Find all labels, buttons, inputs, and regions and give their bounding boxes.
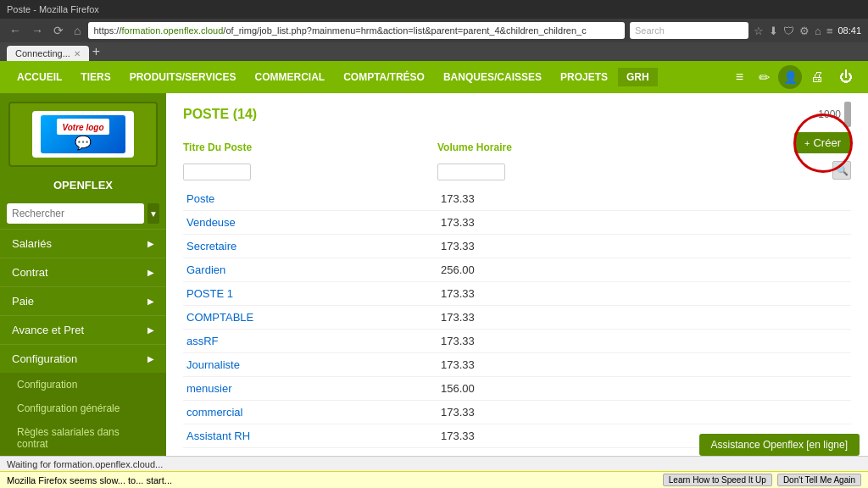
cell-titre[interactable]: Journaliste	[183, 353, 437, 377]
cell-actions	[607, 377, 851, 401]
sidebar-sub-configuration[interactable]: Configuration	[0, 373, 166, 396]
create-btn-wrapper: + Créer	[794, 132, 851, 153]
company-name: OPENFLEX	[0, 175, 166, 198]
browser-tab[interactable]: Connecting... ✕	[7, 46, 89, 61]
back-btn[interactable]: ←	[7, 24, 24, 37]
create-label: Créer	[813, 136, 841, 149]
cell-actions	[607, 258, 851, 282]
cell-titre[interactable]: POSTE 1	[183, 282, 437, 306]
nav-banques[interactable]: BANQUES/CAISSES	[435, 68, 550, 86]
cell-titre[interactable]: assRF	[183, 330, 437, 353]
sidebar-item-salaries[interactable]: Salariés ▶	[0, 229, 166, 258]
filter-titre-input[interactable]	[183, 164, 251, 180]
sidebar-item-contrat[interactable]: Contrat ▶	[0, 258, 166, 286]
cell-titre[interactable]: Commercial	[183, 448, 437, 457]
cell-titre[interactable]: Gardien	[183, 258, 437, 282]
table-row[interactable]: assRF 173.33	[183, 330, 851, 353]
browser-title: Poste - Mozilla Firefox	[7, 4, 99, 14]
table-row[interactable]: Poste 173.33	[183, 187, 851, 211]
power-icon[interactable]: ⏻	[832, 66, 860, 88]
tab-label: Connecting...	[15, 48, 70, 58]
sidebar-search-input[interactable]	[7, 203, 144, 224]
sidebar-sub-regles[interactable]: Règles salariales dans contrat	[0, 420, 166, 456]
nav-grh[interactable]: GRH	[618, 68, 658, 86]
new-tab-btn[interactable]: +	[92, 44, 100, 59]
cell-actions	[607, 211, 851, 235]
table-row[interactable]: Secretaire 173.33	[183, 235, 851, 258]
table-row[interactable]: commercial 173.33	[183, 401, 851, 424]
create-button[interactable]: + Créer	[794, 132, 851, 153]
browser-icons: ☆ ⬇ 🛡 ⚙ ⌂ ≡ 08:41	[754, 25, 861, 37]
table-row[interactable]: Journaliste 173.33	[183, 353, 851, 377]
cell-titre[interactable]: Secretaire	[183, 235, 437, 258]
cell-titre[interactable]: Vendeuse	[183, 211, 437, 235]
cell-volume: 156.00	[437, 377, 607, 401]
url-domain: formation.openflex.cloud	[122, 25, 224, 36]
hamburger-icon[interactable]: ≡	[729, 66, 750, 88]
create-icon: +	[804, 138, 810, 148]
menu-icon[interactable]: ≡	[826, 25, 833, 37]
app-container: ACCUEIL TIERS PRODUITS/SERVICES COMMERCI…	[0, 61, 868, 456]
table-row[interactable]: POSTE 1 173.33	[183, 282, 851, 306]
url-bar[interactable]: https://formation.openflex.cloud/of_rimg…	[88, 22, 625, 39]
settings-icon[interactable]: ⚙	[799, 25, 810, 37]
cell-titre[interactable]: menusier	[183, 377, 437, 401]
cell-titre[interactable]: Assistant RH	[183, 424, 437, 448]
cell-volume: 173.33	[437, 448, 607, 457]
dont-tell-btn[interactable]: Don't Tell Me Again	[777, 474, 861, 486]
nav-commercial[interactable]: COMMERCIAL	[247, 68, 334, 86]
learn-speed-btn[interactable]: Learn How to Speed It Up	[663, 474, 772, 486]
sidebar-sub-config-generale[interactable]: Configuration générale	[0, 396, 166, 420]
cell-titre[interactable]: Poste	[183, 187, 437, 211]
arrow-icon: ▶	[147, 297, 154, 306]
cell-titre[interactable]: commercial	[183, 401, 437, 424]
nav-accueil[interactable]: ACCUEIL	[8, 68, 70, 86]
table-row[interactable]: Gardien 256.00	[183, 258, 851, 282]
sidebar-item-label: Contrat	[12, 266, 48, 279]
actions-area: + Créer	[607, 132, 851, 153]
forward-btn[interactable]: →	[29, 24, 46, 37]
sidebar-search-btn[interactable]: ▼	[147, 203, 159, 224]
filter-volume-input[interactable]	[437, 164, 505, 180]
sidebar-item-paie[interactable]: Paie ▶	[0, 286, 166, 315]
tab-close-btn[interactable]: ✕	[74, 49, 81, 58]
cell-titre[interactable]: COMPTABLE	[183, 306, 437, 330]
column-headers: Titre Du Poste Volume Horaire + Créer	[183, 132, 851, 153]
user-icon[interactable]: 👤	[778, 65, 802, 89]
search-bar[interactable]: Search	[630, 22, 748, 39]
nav-compta[interactable]: COMPTA/TRÉSO	[335, 68, 433, 86]
table-row[interactable]: COMPTABLE 173.33	[183, 306, 851, 330]
assistance-button[interactable]: Assistance Openflex [en ligne]	[699, 434, 860, 456]
cell-volume: 173.33	[437, 187, 607, 211]
home-icon2[interactable]: ⌂	[815, 25, 821, 37]
cell-volume: 173.33	[437, 282, 607, 306]
nav-projets[interactable]: PROJETS	[552, 68, 616, 86]
table-row[interactable]: menusier 156.00	[183, 377, 851, 401]
bookmark-icon[interactable]: ☆	[754, 25, 764, 37]
sidebar-item-configuration[interactable]: Configuration ▶	[0, 344, 166, 373]
search-button[interactable]: 🔍	[832, 161, 851, 180]
top-nav: ACCUEIL TIERS PRODUITS/SERVICES COMMERCI…	[0, 61, 868, 93]
print-icon[interactable]: 🖨	[804, 66, 831, 88]
tab-bar: Connecting... ✕ +	[0, 42, 868, 61]
cell-actions	[607, 235, 851, 258]
downloads-icon[interactable]: ⬇	[769, 25, 778, 37]
logo-text: Votre logo	[62, 123, 103, 132]
nav-produits[interactable]: PRODUITS/SERVICES	[121, 68, 245, 86]
logo-box: Votre logo 💬	[32, 111, 134, 158]
cell-actions	[607, 306, 851, 330]
sidebar-item-label: Paie	[12, 295, 34, 308]
shield-icon[interactable]: 🛡	[783, 25, 794, 37]
nav-tiers[interactable]: TIERS	[72, 68, 119, 86]
logo-text-container: Votre logo	[57, 119, 108, 135]
logo-chat-icon: 💬	[75, 135, 92, 151]
table-row[interactable]: Vendeuse 173.33	[183, 211, 851, 235]
cell-volume: 173.33	[437, 235, 607, 258]
home-btn[interactable]: ⌂	[71, 24, 83, 37]
sidebar-item-label: Configuration	[12, 352, 77, 365]
filter-volume	[437, 160, 607, 180]
cell-volume: 173.33	[437, 330, 607, 353]
sidebar-item-avance[interactable]: Avance et Pret ▶	[0, 315, 166, 344]
pencil-icon[interactable]: ✏	[752, 66, 776, 89]
reload-btn[interactable]: ⟳	[51, 24, 66, 37]
